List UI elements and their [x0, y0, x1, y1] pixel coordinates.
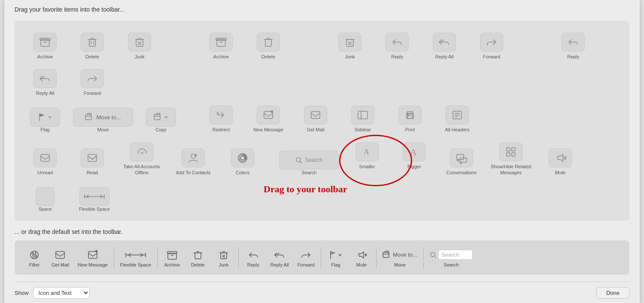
item-newmessage[interactable]: New Message [245, 102, 292, 134]
items-palette: Archive Delete [15, 21, 629, 221]
sidebar-icon-box [351, 106, 374, 124]
item-getmail[interactable]: Get Mail [292, 102, 339, 134]
item-replyall1-label: Reply All [435, 54, 454, 60]
item-space[interactable]: Space [21, 182, 69, 214]
item-delete2[interactable]: Delete [245, 29, 292, 61]
svg-rect-80 [195, 253, 201, 259]
mute-icon-box [549, 148, 572, 167]
item-takeoffline[interactable]: Take All Accounts Offline [116, 139, 167, 178]
show-select[interactable]: Icon and Text Icon Only Text Only [33, 287, 90, 299]
item-archive1[interactable]: Archive [21, 29, 69, 61]
delete-icon-box1 [81, 33, 104, 52]
item-sidebar[interactable]: Sidebar [339, 102, 386, 134]
bar-sep5 [376, 247, 377, 269]
svg-rect-23 [85, 115, 91, 120]
bar-mute[interactable]: Mute [349, 247, 374, 269]
item-bigger[interactable]: A Bigger [391, 139, 438, 171]
item-smaller[interactable]: A Smaller [343, 139, 391, 171]
bar-sep6 [423, 247, 424, 269]
item-print[interactable]: Print [386, 102, 434, 134]
item-search[interactable]: Search Search [275, 139, 343, 178]
item-forward1[interactable]: Forward [468, 29, 515, 61]
bar-newmessage[interactable]: New Message [73, 247, 112, 269]
bar-junk[interactable]: Junk [211, 247, 237, 269]
svg-rect-16 [265, 39, 271, 46]
allheaders-icon-box [446, 106, 469, 124]
space-icon-box [36, 187, 55, 206]
svg-line-92 [434, 256, 436, 258]
flexspace-bar-icon [125, 249, 146, 261]
item-delete2-label: Delete [261, 54, 275, 60]
bar-archive[interactable]: Archive [159, 247, 185, 269]
item-archive2[interactable]: Archive [197, 29, 245, 61]
item-reply1-label: Reply [391, 54, 403, 60]
item-redirect[interactable]: Redirect [197, 102, 245, 134]
bar-search[interactable]: Search Search [425, 247, 477, 269]
item-delete1[interactable]: Delete [69, 29, 116, 61]
item-reply1[interactable]: Reply [374, 29, 421, 61]
item-addcontacts[interactable]: Add To Contacts [167, 139, 219, 178]
bar-filter[interactable]: Filter [21, 247, 47, 269]
item-allheaders[interactable]: All Headers [434, 102, 481, 134]
item-junk1[interactable]: Junk [116, 29, 163, 61]
flag-bar-icon [330, 249, 342, 261]
bar-flexspace[interactable]: Flexible Space [116, 247, 155, 269]
svg-rect-30 [358, 111, 368, 119]
forward-icon-box1 [480, 33, 503, 52]
item-colors[interactable]: Colors [219, 139, 266, 178]
svg-rect-70 [88, 251, 97, 258]
item-bigger-label: Bigger [407, 164, 421, 170]
bar-forward-label: Forward [298, 262, 315, 267]
svg-rect-53 [457, 155, 464, 160]
show-row: Show Icon and Text Icon Only Text Only [15, 287, 90, 299]
bar-move-label: Move [394, 262, 406, 267]
item-forward2[interactable]: Forward [69, 66, 116, 98]
svg-rect-25 [264, 112, 273, 118]
item-junk1-label: Junk [134, 54, 144, 60]
default-set-label: ... or drag the default set into the too… [15, 228, 629, 235]
bar-getmail-label: Get Mail [52, 262, 69, 267]
item-delete1-label: Delete [85, 54, 99, 60]
item-showhide[interactable]: Show/Hide Related Messages [485, 139, 537, 178]
item-reply2[interactable]: Reply [550, 29, 597, 61]
svg-rect-24 [154, 115, 160, 120]
search-bar-icon: Search [430, 249, 473, 261]
getmail-bar-icon [54, 249, 66, 261]
forward-icon-box2 [81, 69, 104, 88]
bar-flexspace-label: Flexible Space [120, 262, 151, 267]
flexspace-icon-box [79, 187, 109, 206]
item-move[interactable]: Move to... Move [69, 102, 137, 134]
item-reply2-label: Reply [567, 54, 579, 60]
bar-reply[interactable]: Reply [240, 247, 266, 269]
bar-forward[interactable]: Forward [293, 247, 319, 269]
bar-move[interactable]: Move to... Move [378, 247, 422, 269]
item-junk2[interactable]: Junk [326, 29, 374, 61]
svg-rect-57 [512, 148, 515, 151]
svg-rect-34 [407, 116, 413, 118]
item-search-label: Search [302, 170, 317, 176]
item-read[interactable]: Read [69, 139, 116, 178]
done-button[interactable]: Done [596, 287, 629, 299]
item-replyall2[interactable]: Reply All [21, 66, 69, 98]
bar-getmail[interactable]: Get Mail [47, 247, 73, 269]
bar-delete[interactable]: Delete [185, 247, 211, 269]
colors-icon-box [231, 148, 254, 167]
item-conversations[interactable]: Conversations [438, 139, 485, 178]
item-unread[interactable]: Unread [21, 139, 69, 178]
dialog-footer: Show Icon and Text Icon Only Text Only D… [15, 282, 629, 299]
item-flexspace[interactable]: Flexible Space [69, 182, 120, 214]
svg-rect-55 [507, 148, 510, 151]
archive-icon-box [33, 33, 57, 52]
bar-flag[interactable]: Flag [323, 247, 349, 269]
item-copy[interactable]: Copy [137, 102, 185, 134]
item-colors-label: Colors [236, 170, 249, 176]
svg-point-91 [431, 252, 435, 257]
svg-rect-77 [168, 253, 176, 259]
item-print-label: Print [405, 127, 415, 133]
conversations-icon-box [450, 148, 473, 167]
item-takeoffline-label: Take All Accounts Offline [118, 164, 165, 176]
item-flag[interactable]: Flag [21, 102, 69, 134]
item-mute[interactable]: Mute [537, 139, 584, 178]
bar-replyall[interactable]: Reply All [266, 247, 293, 269]
item-replyall1[interactable]: Reply All [421, 29, 468, 61]
